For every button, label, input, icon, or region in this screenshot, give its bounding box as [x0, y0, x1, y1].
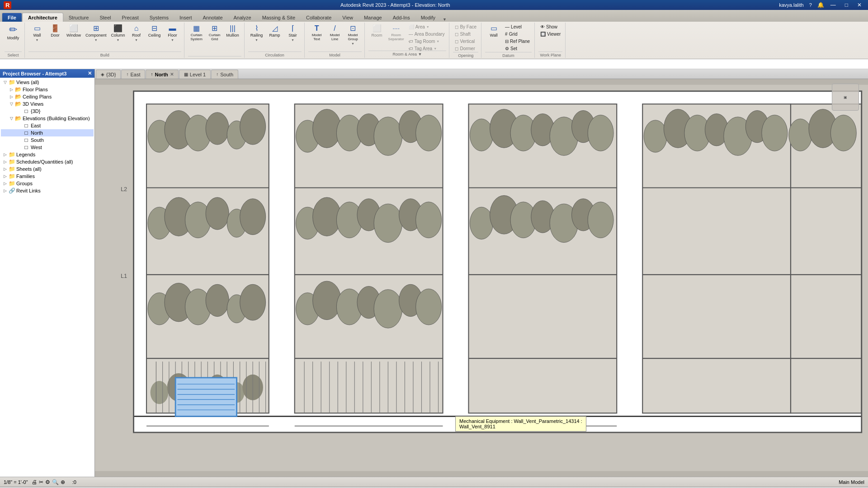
room-separator-btn[interactable]: --- RoomSeparator — [387, 23, 406, 42]
ramp-btn[interactable]: ◿ Ramp — [266, 23, 283, 39]
notifications-icon[interactable]: 🔔 — [817, 2, 824, 8]
schedules-toggle[interactable]: ▷ — [2, 160, 8, 164]
groups-toggle[interactable]: ▷ — [2, 181, 8, 186]
tree-elevations[interactable]: ▽ 📂 Elevations (Building Elevation) — [1, 115, 94, 122]
tab-massing[interactable]: Massing & Site — [257, 13, 301, 22]
show-btn[interactable]: 👁 Show — [538, 23, 562, 30]
families-toggle[interactable]: ▷ — [2, 174, 8, 178]
project-browser-content[interactable]: ▽ 📁 Views (all) ▷ 📂 Floor Plans ▷ 📂 Ceil… — [0, 78, 94, 477]
tab-precast[interactable]: Precast — [116, 13, 144, 22]
ceiling-btn[interactable]: ⊟ Ceiling — [146, 23, 163, 39]
floor-plans-toggle[interactable]: ▷ — [8, 87, 14, 92]
tab-collaborate[interactable]: Collaborate — [301, 13, 337, 22]
tab-view[interactable]: View — [337, 13, 359, 22]
tree-groups[interactable]: ▷ 📁 Groups — [1, 180, 94, 187]
area-btn[interactable]: ⬜ Area ▼ — [407, 23, 447, 30]
tree-ceiling-plans[interactable]: ▷ 📂 Ceiling Plans — [1, 93, 94, 100]
tree-revit-links[interactable]: ▷ 🔗 Revit Links — [1, 187, 94, 194]
tab-analyze[interactable]: Analyze — [228, 13, 257, 22]
column-btn[interactable]: ⬛ Column ▼ — [109, 23, 127, 43]
sheets-toggle[interactable]: ▷ — [2, 167, 8, 171]
floor-btn[interactable]: ▬ Floor ▼ — [164, 23, 181, 43]
ref-plane-btn[interactable]: ⊟ Ref Plane — [503, 38, 532, 45]
tab-south-view[interactable]: ↑ South — [211, 70, 238, 79]
minimize-btn[interactable]: — — [828, 2, 839, 8]
tab-steel[interactable]: Steel — [94, 13, 116, 22]
print-icon[interactable]: 🖨 — [32, 479, 37, 485]
elevations-toggle[interactable]: ▽ — [8, 116, 14, 121]
roof-btn[interactable]: ⌂ Roof ▼ — [128, 23, 145, 43]
mullion-btn[interactable]: ||| Mullion — [224, 23, 241, 39]
window-btn[interactable]: ⬜ Window — [65, 23, 83, 39]
tree-south[interactable]: □ South — [1, 136, 94, 144]
tab-level1-view[interactable]: ▦ Level 1 — [179, 70, 211, 79]
tab-north-view[interactable]: ↑ North ✕ — [146, 70, 178, 79]
tree-floor-plans[interactable]: ▷ 📂 Floor Plans — [1, 86, 94, 93]
by-face-btn[interactable]: ◻ By Face — [453, 23, 478, 30]
tree-east[interactable]: □ East — [1, 122, 94, 129]
svg-point-27 — [588, 115, 613, 151]
tree-3d-views[interactable]: ▽ 📂 3D Views — [1, 100, 94, 108]
nav-icon[interactable]: ⊕ — [61, 479, 65, 485]
datum-wall-btn[interactable]: ▭ Wall — [485, 23, 502, 39]
door-btn[interactable]: 🚪 Door — [47, 23, 64, 39]
tab-east-view[interactable]: ↑ East — [121, 70, 145, 79]
wall-btn[interactable]: ▭ Wall ▼ — [28, 23, 46, 43]
curtain-system-btn[interactable]: ▦ CurtainSystem — [188, 23, 205, 42]
set-btn[interactable]: ⚙ Set — [503, 45, 532, 52]
tab-structure[interactable]: Structure — [63, 13, 94, 22]
3d-views-toggle[interactable]: ▽ — [8, 102, 14, 106]
tree-views-all[interactable]: ▽ 📁 Views (all) — [1, 79, 94, 86]
modify-btn[interactable]: ✏ Modify — [5, 23, 22, 42]
component-btn[interactable]: ⊞ Component ▼ — [84, 23, 108, 43]
crop-icon[interactable]: ✂ — [39, 479, 43, 485]
tree-schedules[interactable]: ▷ 📁 Schedules/Quantities (all) — [1, 158, 94, 165]
help-icon[interactable]: ? — [807, 2, 814, 8]
tree-legends[interactable]: ▷ 📁 Legends — [1, 151, 94, 158]
tab-file[interactable]: File — [2, 13, 22, 22]
close-btn[interactable]: ✕ — [854, 2, 864, 8]
tab-insert[interactable]: Insert — [174, 13, 198, 22]
curtain-grid-btn[interactable]: ⊞ CurtainGrid — [206, 23, 223, 42]
tree-3d[interactable]: □ {3D} — [1, 108, 94, 115]
maximize-btn[interactable]: □ — [842, 2, 851, 8]
railing-btn[interactable]: ⌇ Railing ▼ — [248, 23, 265, 43]
tab-manage[interactable]: Manage — [359, 13, 387, 22]
canvas-area[interactable]: L2 L1 Mechanical Equipment : Wall_Vent_P… — [95, 79, 868, 477]
tab-addins[interactable]: Add-Ins — [387, 13, 415, 22]
north-tab-close[interactable]: ✕ — [170, 72, 174, 77]
dormer-btn[interactable]: ◻ Dormer — [453, 45, 478, 52]
tab-architecture[interactable]: Architecture — [22, 13, 63, 22]
revit-links-toggle[interactable]: ▷ — [2, 188, 8, 193]
tab-annotate[interactable]: Annotate — [197, 13, 228, 22]
project-browser-close[interactable]: ✕ — [88, 70, 92, 76]
model-group-btn[interactable]: ⊡ ModelGroup ▼ — [344, 23, 362, 47]
modify-dropdown[interactable]: ▼ — [443, 17, 447, 22]
viewer-btn[interactable]: 🔲 Viewer — [538, 31, 562, 38]
tree-families[interactable]: ▷ 📁 Families — [1, 173, 94, 180]
vertical-btn[interactable]: ◻ Vertical — [453, 38, 478, 45]
room-btn[interactable]: ⬜ Room — [368, 23, 386, 39]
level-btn[interactable]: — Level — [503, 23, 532, 30]
tab-3d-view[interactable]: ◈ {3D} — [96, 70, 121, 79]
ribbon-tab-bar: File Architecture Structure Steel Precas… — [0, 10, 868, 22]
tab-modify[interactable]: Modify — [415, 13, 441, 22]
tree-sheets[interactable]: ▷ 📁 Sheets (all) — [1, 165, 94, 173]
tag-area-btn[interactable]: 🏷 Tag Area ▼ — [407, 45, 447, 52]
view-nav-controls[interactable]: ▣ — [832, 84, 859, 111]
grid-btn[interactable]: # Grid — [503, 31, 532, 38]
model-line-btn[interactable]: / ModelLine — [326, 23, 344, 42]
tab-systems[interactable]: Systems — [144, 13, 174, 22]
views-all-toggle[interactable]: ▽ — [2, 80, 8, 84]
tag-room-btn[interactable]: 🏷 Tag Room ▼ — [407, 38, 447, 45]
shaft-btn[interactable]: ◻ Shaft — [453, 31, 478, 38]
settings-icon[interactable]: ⚙ — [45, 479, 50, 485]
tree-west[interactable]: □ West — [1, 144, 94, 151]
model-text-btn[interactable]: T ModelText — [308, 23, 326, 42]
legends-toggle[interactable]: ▷ — [2, 152, 8, 157]
area-boundary-btn[interactable]: --- Area Boundary — [407, 31, 447, 38]
zoom-icon[interactable]: 🔍 — [52, 479, 59, 485]
ceiling-plans-toggle[interactable]: ▷ — [8, 94, 14, 99]
tree-north[interactable]: □ North — [1, 129, 94, 136]
stair-btn[interactable]: ⌈ Stair ▼ — [284, 23, 302, 43]
